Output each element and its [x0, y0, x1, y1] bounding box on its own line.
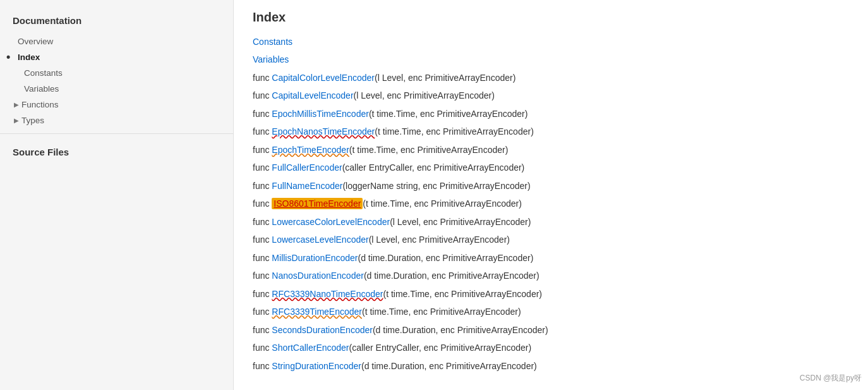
func-suffix: (caller EntryCaller, enc PrimitiveArrayE…	[349, 343, 532, 353]
func-link[interactable]: CapitalColorLevelEncoder	[272, 73, 375, 83]
sidebar-item-variables[interactable]: Variables	[0, 81, 233, 97]
func-prefix: func	[253, 126, 272, 137]
func-prefix: func	[253, 109, 272, 119]
func-link[interactable]: EpochNanosTimeEncoder	[272, 126, 375, 137]
func-link[interactable]: LowercaseLevelEncoder	[272, 235, 368, 245]
func-prefix: func	[253, 217, 272, 227]
func-suffix: (l Level, enc PrimitiveArrayEncoder)	[354, 90, 495, 101]
func-suffix: (loggerName string, enc PrimitiveArrayEn…	[342, 181, 530, 191]
func-suffix: (d time.Duration, enc PrimitiveArrayEnco…	[364, 271, 539, 281]
func-prefix: func	[253, 271, 272, 281]
func-suffix: (t time.Time, enc PrimitiveArrayEncoder)	[375, 126, 534, 137]
chevron-right-icon: ▶	[14, 101, 19, 108]
func-line: func MillisDurationEncoder(d time.Durati…	[253, 249, 849, 267]
func-line: func RFC3339NanoTimeEncoder(t time.Time,…	[253, 285, 849, 303]
sidebar-divider	[0, 133, 233, 134]
sidebar-item-types[interactable]: ▶ Types	[0, 113, 233, 128]
func-prefix: func	[253, 307, 272, 317]
func-line: func StringDurationEncoder(d time.Durati…	[253, 357, 849, 375]
sidebar: Documentation Overview Index Constants V…	[0, 0, 234, 390]
func-link[interactable]: FullCallerEncoder	[272, 162, 342, 173]
func-line: func ShortCallerEncoder(caller EntryCall…	[253, 339, 849, 357]
func-link[interactable]: RFC3339NanoTimeEncoder	[272, 289, 383, 299]
func-prefix: func	[253, 235, 272, 245]
func-line: func CapitalColorLevelEncoder(l Level, e…	[253, 69, 849, 87]
watermark: CSDN @我是py呀	[800, 373, 862, 384]
func-link[interactable]: CapitalLevelEncoder	[272, 90, 353, 101]
func-suffix: (t time.Time, enc PrimitiveArrayEncoder)	[362, 307, 521, 317]
sidebar-title: Documentation	[0, 10, 233, 34]
func-prefix: func	[253, 361, 272, 371]
constants-link[interactable]: Constants	[253, 34, 849, 51]
func-line: func NanosDurationEncoder(d time.Duratio…	[253, 267, 849, 285]
func-line: func EpochTimeEncoder(t time.Time, enc P…	[253, 141, 849, 159]
func-suffix: (t time.Time, enc PrimitiveArrayEncoder)	[383, 289, 542, 299]
func-line: func LowercaseLevelEncoder(l Level, enc …	[253, 231, 849, 249]
func-suffix: (caller EntryCaller, enc PrimitiveArrayE…	[342, 162, 525, 173]
func-prefix: func	[253, 343, 272, 353]
func-link[interactable]: EpochTimeEncoder	[272, 145, 349, 155]
func-prefix: func	[253, 145, 272, 155]
func-line: func ISO8601TimeEncoder(t time.Time, enc…	[253, 195, 849, 213]
func-prefix: func	[253, 325, 272, 335]
func-prefix: func	[253, 162, 272, 173]
func-suffix: (d time.Duration, enc PrimitiveArrayEnco…	[361, 361, 537, 371]
func-list: func CapitalColorLevelEncoder(l Level, e…	[253, 69, 849, 375]
sidebar-item-overview[interactable]: Overview	[0, 34, 233, 49]
func-suffix: (d time.Duration, enc PrimitiveArrayEnco…	[358, 253, 534, 263]
func-prefix: func	[253, 73, 272, 83]
func-link[interactable]: ISO8601TimeEncoder	[272, 198, 363, 209]
main-content: Index Constants Variables func CapitalCo…	[234, 0, 868, 390]
chevron-right-icon: ▶	[14, 117, 19, 124]
func-link[interactable]: SecondsDurationEncoder	[272, 325, 373, 335]
func-link[interactable]: NanosDurationEncoder	[272, 271, 364, 281]
func-suffix: (l Level, enc PrimitiveArrayEncoder)	[390, 217, 531, 227]
func-line: func RFC3339TimeEncoder(t time.Time, enc…	[253, 303, 849, 321]
func-link[interactable]: EpochMillisTimeEncoder	[272, 109, 369, 119]
func-line: func EpochMillisTimeEncoder(t time.Time,…	[253, 105, 849, 123]
func-suffix: (d time.Duration, enc PrimitiveArrayEnco…	[373, 325, 548, 335]
func-link[interactable]: StringDurationEncoder	[272, 361, 361, 371]
func-link[interactable]: ShortCallerEncoder	[272, 343, 349, 353]
func-link[interactable]: LowercaseColorLevelEncoder	[272, 217, 390, 227]
sidebar-item-index[interactable]: Index	[0, 49, 233, 65]
func-prefix: func	[253, 289, 272, 299]
func-suffix: (t time.Time, enc PrimitiveArrayEncoder)	[363, 198, 522, 209]
func-line: func FullCallerEncoder(caller EntryCalle…	[253, 159, 849, 177]
func-link[interactable]: FullNameEncoder	[272, 181, 342, 191]
func-line: func LowercaseColorLevelEncoder(l Level,…	[253, 213, 849, 231]
func-suffix: (l Level, enc PrimitiveArrayEncoder)	[375, 73, 515, 83]
sidebar-item-constants[interactable]: Constants	[0, 65, 233, 81]
func-prefix: func	[253, 90, 272, 101]
func-suffix: (t time.Time, enc PrimitiveArrayEncoder)	[369, 109, 528, 119]
func-suffix: (t time.Time, enc PrimitiveArrayEncoder)	[349, 145, 509, 155]
func-link[interactable]: RFC3339TimeEncoder	[272, 307, 362, 317]
func-line: func CapitalLevelEncoder(l Level, enc Pr…	[253, 87, 849, 105]
func-line: func FullNameEncoder(loggerName string, …	[253, 177, 849, 195]
sidebar-item-functions[interactable]: ▶ Functions	[0, 97, 233, 113]
variables-link[interactable]: Variables	[253, 51, 849, 69]
page-title: Index	[253, 10, 849, 25]
func-prefix: func	[253, 253, 272, 263]
func-prefix: func	[253, 198, 272, 209]
func-link[interactable]: MillisDurationEncoder	[272, 253, 358, 263]
func-line: func SecondsDurationEncoder(d time.Durat…	[253, 321, 849, 339]
sidebar-source-files-label: Source Files	[0, 139, 233, 161]
func-suffix: (l Level, enc PrimitiveArrayEncoder)	[369, 235, 510, 245]
func-line: func EpochNanosTimeEncoder(t time.Time, …	[253, 123, 849, 141]
func-prefix: func	[253, 181, 272, 191]
